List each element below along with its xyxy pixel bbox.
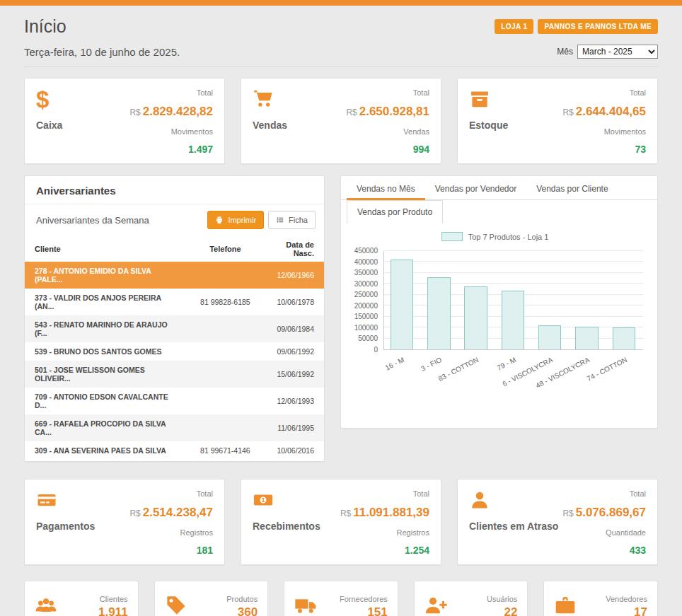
sales-subtab-row: Vendas por Produto [341, 200, 657, 223]
sub-label: Registros [129, 528, 213, 537]
briefcase-icon [554, 594, 577, 616]
gridline [384, 261, 643, 262]
sales-tabs: Vendas no MêsVendas por VendedorVendas p… [341, 176, 657, 200]
person-icon [469, 489, 558, 515]
mini-card-label: Vendedores [606, 595, 647, 603]
tab-vendas-por-cliente[interactable]: Vendas por Cliente [526, 176, 618, 199]
total-value: R$2.514.238,47 [129, 506, 213, 520]
tag-icon [165, 594, 187, 616]
cell-nascimento: 09/06/1992 [261, 342, 324, 361]
sub-value: 73 [562, 144, 646, 155]
mini-card-produtos[interactable]: Produtos360 [154, 581, 269, 616]
total-label: Total [346, 88, 429, 97]
aniversariantes-title: Aniversariantes [25, 176, 324, 204]
truck-icon [294, 594, 317, 616]
total-value: R$2.644.404,65 [562, 105, 646, 119]
bar-chart: Top 7 Produtos - Loja 1 0500001000001500… [341, 223, 657, 390]
stat-card-title: Vendas [253, 120, 287, 131]
tab-vendas-no-mês[interactable]: Vendas no Mês [347, 176, 425, 200]
stat-card-title: Recebimentos [253, 521, 320, 532]
month-select[interactable]: March - 2025 [577, 45, 658, 59]
stat-card-caixa: $CaixaTotalR$2.829.428,82Movimentos1.497 [24, 78, 225, 164]
top-accent-bar [0, 0, 682, 6]
month-label: Mês [557, 47, 573, 57]
legend-swatch [441, 232, 463, 241]
x-axis-tick-label: 79 - M [450, 356, 516, 395]
x-axis-tick-label: 6 - VISCOLYCRA [487, 356, 554, 395]
y-axis-tick-label: 350000 [354, 269, 378, 277]
plot-area [383, 251, 643, 350]
bar-3 - FIO [427, 277, 450, 349]
banknote-icon: 1 [253, 489, 320, 515]
total-label: Total [562, 88, 646, 97]
list-icon [276, 216, 284, 224]
mini-card-label: Produtos [226, 595, 258, 603]
y-axis-tick-label: 300000 [354, 281, 378, 288]
birthday-row[interactable]: 709 - ANTONIO EDSON CAVALCANTE D...12/06… [25, 388, 324, 414]
store-badge-loja[interactable]: LOJA 1 [495, 19, 533, 34]
total-value: R$11.091.881,39 [340, 506, 429, 520]
stat-card-pagamentos: PagamentosTotalR$2.514.238,47Registros18… [24, 479, 225, 565]
bar-74 - COTTON [613, 327, 635, 349]
cell-nascimento: 09/06/1984 [261, 315, 324, 342]
sub-value: 181 [129, 545, 213, 556]
tab-vendas-por-produto[interactable]: Vendas por Produto [347, 200, 443, 223]
birthday-row[interactable]: 309 - ANA SEVERINA PAES DA SILVA81 99671… [25, 441, 324, 460]
birthday-row[interactable]: 278 - ANTONIO EMIDIO DA SILVA (PALE...12… [25, 262, 324, 289]
stat-card-title: Pagamentos [36, 521, 95, 532]
store-badge-company[interactable]: PANNOS E PANNOS LTDA ME [538, 19, 658, 34]
stat-card-recebimentos: 1RecebimentosTotalR$11.091.881,39Registr… [241, 479, 441, 565]
mini-card-fornecedores[interactable]: Fornecedores151 [284, 581, 398, 616]
cell-telefone [190, 315, 262, 342]
cart-icon [253, 88, 287, 114]
mini-card-vendedores[interactable]: Vendedores17 [543, 581, 658, 616]
y-axis-tick-label: 150000 [354, 313, 378, 320]
svg-text:1: 1 [261, 496, 265, 504]
birthday-row[interactable]: 539 - BRUNO DOS SANTOS GOMES09/06/1992 [25, 342, 324, 361]
birthday-row[interactable]: 501 - JOSE WELISSON GOMES OLIVEIR...15/0… [25, 361, 324, 388]
birthdays-table-header: ClienteTelefoneData de Nasc. [25, 236, 324, 262]
cell-cliente: 309 - ANA SEVERINA PAES DA SILVA [25, 441, 190, 460]
bar-16 - M [391, 260, 413, 349]
column-header: Cliente [25, 236, 190, 262]
y-axis-tick-label: 250000 [354, 291, 378, 298]
x-axis-tick-label: 48 - VISCOLYCRA [524, 356, 591, 395]
x-axis-tick-label: 83 - COTTON [413, 356, 480, 395]
sales-chart-card: Vendas no MêsVendas por VendedorVendas p… [340, 175, 658, 429]
mini-card-clientes[interactable]: Clientes1.911 [24, 581, 139, 616]
cell-telefone [190, 361, 262, 388]
tab-vendas-por-vendedor[interactable]: Vendas por Vendedor [425, 176, 526, 199]
credit-card-icon [36, 489, 95, 515]
total-value: R$2.829.428,82 [129, 105, 213, 119]
birthday-row[interactable]: 373 - VALDIR DOS ANJOS PEREIRA (AN...81 … [25, 289, 324, 315]
birthdays-table: ClienteTelefoneData de Nasc. 278 - ANTON… [25, 236, 324, 460]
aniversariantes-card: Aniversariantes Aniversariantes da Seman… [24, 175, 325, 462]
total-label: Total [129, 489, 213, 498]
mini-card-usuarios[interactable]: Usuários22 [414, 581, 528, 616]
birthday-row[interactable]: 543 - RENATO MARINHO DE ARAUJO (F...09/0… [25, 315, 324, 342]
date-row: Terça-feira, 10 de junho de 2025. Mês Ma… [24, 45, 658, 67]
total-label: Total [340, 489, 429, 498]
stat-card-estoque: EstoqueTotalR$2.644.404,65Movimentos73 [457, 78, 658, 164]
ficha-button[interactable]: Ficha [268, 211, 316, 229]
sub-label: Movimentos [129, 127, 213, 136]
middle-row: Aniversariantes Aniversariantes da Seman… [24, 175, 658, 462]
birthday-row[interactable]: 669 - RAFAELA PROCOPIO DA SILVA CA...11/… [25, 414, 324, 441]
y-axis: 0500001000001500002000002500003000003500… [347, 251, 383, 350]
user-plus-icon [424, 594, 447, 616]
gridline [384, 283, 643, 284]
cell-telefone [190, 414, 262, 441]
total-label: Total [562, 489, 646, 498]
cell-nascimento: 15/06/1992 [261, 361, 324, 388]
y-axis-tick-label: 400000 [354, 259, 378, 266]
bar-83 - COTTON [464, 286, 487, 349]
mini-cards-row: Clientes1.911Produtos360Fornecedores151U… [24, 581, 658, 616]
gridline [384, 250, 643, 251]
mini-card-value: 360 [226, 605, 258, 616]
cell-cliente: 669 - RAFAELA PROCOPIO DA SILVA CA... [25, 414, 190, 441]
mini-card-value: 17 [606, 605, 647, 616]
cell-telefone: 81 99671-4146 [190, 441, 262, 460]
stat-card-vendas: VendasTotalR$2.650.928,81Vendas994 [241, 78, 441, 164]
cell-telefone [190, 342, 262, 361]
imprimir-button[interactable]: Imprimir [207, 211, 264, 229]
